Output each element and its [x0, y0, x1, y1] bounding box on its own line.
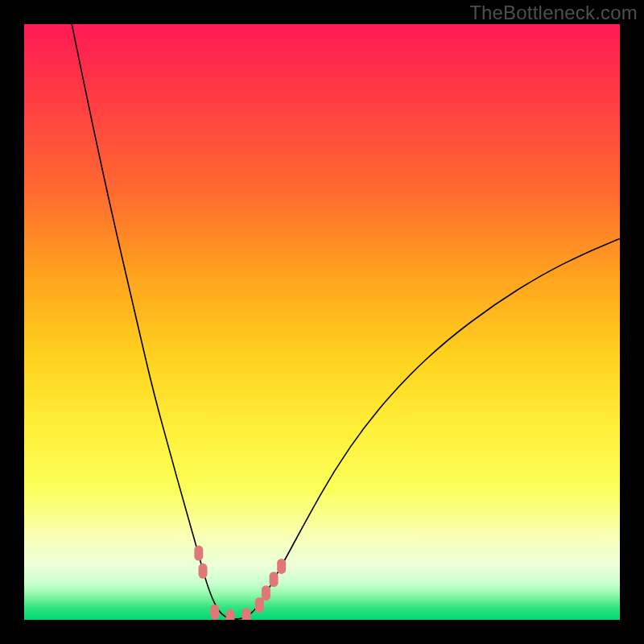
curve-marker: [255, 597, 264, 613]
bottleneck-curve: [72, 24, 620, 619]
chart-svg: [24, 24, 620, 620]
curve-marker: [262, 585, 270, 601]
marker-group: [194, 546, 286, 620]
curve-marker: [194, 546, 203, 561]
curve-marker: [270, 572, 279, 587]
curve-marker: [242, 608, 251, 620]
chart-frame: TheBottleneck.com: [0, 0, 644, 644]
curve-marker: [210, 605, 219, 620]
curve-marker: [199, 564, 208, 579]
plot-area: [24, 24, 620, 620]
watermark-text: TheBottleneck.com: [469, 2, 638, 24]
curve-marker: [226, 609, 235, 620]
curve-marker: [277, 559, 286, 574]
